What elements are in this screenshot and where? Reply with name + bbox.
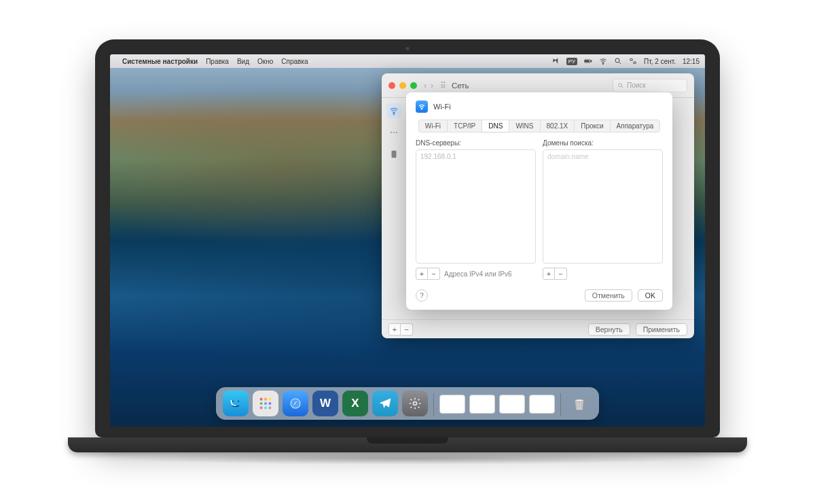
app-menu[interactable]: Системные настройки: [122, 58, 198, 65]
minimized-window-1[interactable]: [439, 395, 465, 414]
dock-excel[interactable]: X: [342, 391, 368, 416]
sidebar-wifi-icon[interactable]: [386, 103, 401, 118]
dock-finder[interactable]: [223, 391, 249, 416]
domain-add-remove: + −: [543, 268, 567, 280]
window-title: Сеть: [452, 82, 469, 90]
forward-button[interactable]: ›: [431, 81, 433, 90]
svg-rect-9: [392, 151, 397, 158]
sidebar-bluetooth-icon[interactable]: ⋯: [386, 125, 401, 140]
remove-service-button[interactable]: −: [401, 323, 413, 336]
svg-point-12: [232, 401, 234, 402]
minimize-button[interactable]: [399, 82, 406, 89]
dock-separator: [560, 393, 561, 416]
tab-hardware[interactable]: Аппаратура: [610, 120, 661, 132]
input-language-indicator[interactable]: РУ: [566, 58, 577, 65]
menu-help[interactable]: Справка: [281, 58, 308, 65]
svg-point-7: [619, 83, 622, 86]
sheet-title: Wi-Fi: [433, 103, 451, 111]
add-service-button[interactable]: +: [388, 323, 401, 336]
minimized-window-4[interactable]: [529, 395, 555, 414]
svg-rect-19: [269, 402, 272, 405]
tab-wifi[interactable]: Wi-Fi: [418, 120, 447, 132]
dock-telegram[interactable]: [372, 391, 398, 416]
trackpad-notch: [367, 437, 448, 444]
menubar-time[interactable]: 12:15: [683, 58, 700, 65]
svg-point-10: [421, 108, 422, 109]
menu-window[interactable]: Окно: [257, 58, 273, 65]
menubar: Системные настройки Правка Вид Окно Спра…: [110, 54, 705, 68]
svg-rect-2: [585, 60, 590, 62]
dns-footnote: Адреса IPv4 или IPv6: [444, 270, 512, 278]
sidebar-thunderbolt-icon[interactable]: [386, 147, 401, 162]
svg-point-13: [238, 401, 239, 402]
domain-add-button[interactable]: +: [543, 268, 555, 280]
dns-remove-button[interactable]: −: [428, 268, 440, 280]
svg-rect-1: [591, 60, 592, 62]
svg-rect-21: [264, 407, 267, 410]
svg-rect-16: [269, 398, 272, 401]
dock-safari[interactable]: [283, 391, 308, 416]
menu-view[interactable]: Вид: [237, 58, 249, 65]
dock-word[interactable]: W: [312, 391, 338, 416]
svg-point-3: [602, 63, 604, 65]
revert-button[interactable]: Вернуть: [588, 323, 630, 336]
ok-button[interactable]: OK: [638, 289, 663, 302]
svg-point-25: [414, 402, 417, 406]
laptop-frame: Системные настройки Правка Вид Окно Спра…: [95, 39, 720, 465]
svg-rect-5: [630, 59, 633, 61]
tab-wins[interactable]: WINS: [509, 120, 539, 132]
search-placeholder: Поиск: [627, 82, 646, 89]
dock-launchpad[interactable]: [253, 391, 278, 416]
control-center-icon[interactable]: [629, 57, 637, 65]
menubar-date[interactable]: Пт, 2 сент.: [644, 58, 676, 65]
search-domains-column: Домены поиска: domain.name + −: [543, 139, 663, 280]
search-icon[interactable]: [614, 57, 622, 65]
dock: W X: [216, 387, 599, 420]
network-sidebar: ⋯: [382, 98, 406, 319]
wifi-icon: [416, 101, 428, 113]
dns-add-button[interactable]: +: [416, 268, 428, 280]
minimized-window-3[interactable]: [499, 395, 525, 414]
apply-button[interactable]: Применить: [636, 323, 687, 336]
tab-proxy[interactable]: Прокси: [574, 120, 609, 132]
tab-tcpip[interactable]: TCP/IP: [447, 120, 482, 132]
dns-entry[interactable]: 192.168.0.1: [420, 153, 531, 160]
svg-rect-11: [229, 397, 242, 410]
svg-rect-15: [264, 398, 267, 401]
zoom-button[interactable]: [410, 82, 417, 89]
domain-remove-button[interactable]: −: [555, 268, 567, 280]
svg-point-4: [615, 58, 619, 62]
dns-servers-list[interactable]: 192.168.0.1: [416, 149, 536, 264]
minimized-window-2[interactable]: [469, 395, 495, 414]
domain-placeholder: domain.name: [547, 153, 658, 160]
sheet-footer: ? Отменить OK: [416, 289, 663, 302]
navigation-buttons: ‹ ›: [424, 81, 433, 90]
desktop-screen: Системные настройки Правка Вид Окно Спра…: [110, 54, 705, 427]
menu-edit[interactable]: Правка: [206, 58, 229, 65]
screen-bezel: Системные настройки Правка Вид Окно Спра…: [95, 39, 720, 437]
location-icon[interactable]: [551, 57, 560, 65]
window-footer: + − Вернуть Применить: [382, 319, 694, 338]
svg-rect-18: [264, 402, 267, 405]
sheet-header: Wi-Fi: [416, 101, 663, 113]
dock-system-preferences[interactable]: [402, 391, 428, 416]
cancel-button[interactable]: Отменить: [585, 289, 632, 302]
prefs-search-field[interactable]: Поиск: [613, 79, 687, 92]
add-remove-service: + −: [388, 323, 413, 336]
dns-servers-column: DNS-серверы: 192.168.0.1 + − Адреса IPv4…: [416, 139, 536, 280]
show-all-prefs-button[interactable]: ⠿: [440, 81, 446, 90]
battery-icon[interactable]: [584, 57, 592, 65]
dns-add-remove: + −: [416, 268, 440, 280]
advanced-settings-sheet: Wi-Fi Wi-Fi TCP/IP DNS WINS 802.1X Прокс…: [406, 92, 672, 310]
laptop-base: [68, 437, 747, 452]
tab-8021x[interactable]: 802.1X: [540, 120, 575, 132]
dock-trash[interactable]: [566, 391, 592, 416]
wifi-icon[interactable]: [599, 57, 607, 65]
back-button[interactable]: ‹: [424, 81, 427, 90]
traffic-lights: [388, 82, 417, 89]
search-domains-list[interactable]: domain.name: [543, 149, 663, 264]
close-button[interactable]: [388, 82, 395, 89]
sheet-tabs: Wi-Fi TCP/IP DNS WINS 802.1X Прокси Аппа…: [416, 120, 663, 132]
help-button[interactable]: ?: [416, 289, 428, 302]
tab-dns[interactable]: DNS: [482, 120, 509, 132]
